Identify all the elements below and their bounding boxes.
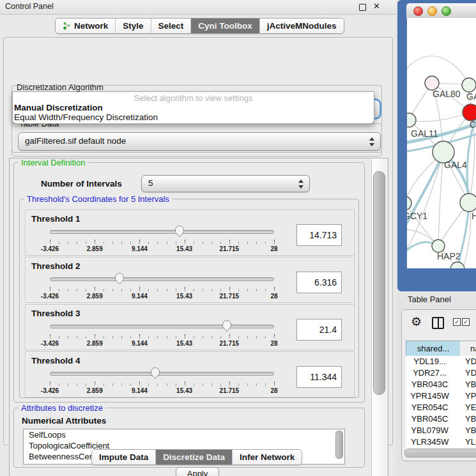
slider-track[interactable] — [50, 325, 274, 328]
tick-label: -3.426 — [41, 293, 59, 300]
number-of-intervals-combo[interactable]: 5 — [141, 175, 310, 192]
threshold-4-slider: -3.426 2.859 9.144 15.43 21.715 28 — [50, 366, 274, 395]
control-panel-titlebar: Control Panel ✕ — [0, 0, 396, 15]
tick-label: 15.43 — [176, 340, 192, 347]
thresholds-group: Threshold's Coordinates for 5 Intervals … — [19, 199, 359, 398]
apply-button[interactable]: Apply — [176, 467, 219, 476]
minor-ticks — [50, 336, 275, 339]
minor-ticks — [50, 383, 275, 386]
tab-infer-network[interactable]: Infer Network — [232, 450, 302, 464]
tick-label: 15.43 — [176, 387, 192, 394]
cell: YDR27... — [406, 367, 454, 379]
table-row[interactable]: YBR043C YBR0 — [406, 379, 476, 390]
threshold-2-box: Threshold 2 -3.426 2.859 9.144 — [25, 257, 355, 303]
minimize-traffic-light[interactable] — [427, 6, 437, 16]
cell: YBL0 — [454, 425, 476, 436]
node-label-gal11: GAL11 — [411, 128, 438, 139]
slider-thumb[interactable] — [114, 272, 125, 285]
tick-label: 21.715 — [220, 340, 240, 347]
tab-network[interactable]: Network — [56, 19, 115, 33]
network-view-window: GAL80 GA C GAL11 GAL4 GCY1 H HAP2 — [397, 0, 476, 291]
node-label-partial-low-right: H — [472, 211, 476, 221]
top-tab-bar: Network Style Select Cyni Toolbox jActiv… — [55, 18, 344, 34]
thresholds-group-title: Threshold's Coordinates for 5 Intervals — [24, 194, 172, 204]
threshold-2-value-field[interactable]: 6.316 — [296, 272, 342, 293]
zoom-traffic-light[interactable] — [441, 6, 451, 16]
checkbox-icon[interactable]: ✓ — [453, 318, 461, 326]
node-label-gcy1: GCY1 — [407, 211, 427, 221]
cell: YBR043C — [406, 379, 454, 390]
settings-scrollpane: Interval Definition Number of Intervals … — [9, 158, 388, 476]
popup-item-equal-width-frequency[interactable]: Equal Width/Frequency Discretization — [14, 112, 158, 122]
tab-discretize-data[interactable]: Discretize Data — [155, 450, 232, 464]
checkbox-icon[interactable]: ✓ — [462, 318, 470, 326]
threshold-3-value-field[interactable]: 21.4 — [296, 319, 342, 341]
horizontal-scrollbar[interactable] — [404, 449, 476, 457]
network-icon — [63, 22, 71, 30]
interval-definition-group: Interval Definition Number of Intervals … — [13, 162, 365, 403]
column-header-name[interactable]: na — [460, 341, 476, 357]
threshold-4-value-field[interactable]: 11.344 — [296, 366, 342, 388]
cell: YBL079W — [406, 425, 454, 436]
cyni-toolbox-content: Discretization Algorithm Select algorith… — [3, 37, 393, 445]
algorithm-popup: Select algorithm to view settings Manual… — [12, 91, 374, 124]
minor-ticks — [50, 289, 275, 291]
tick-label: 2.859 — [87, 293, 103, 300]
threshold-3-label: Threshold 3 — [31, 309, 81, 318]
settings-scrollbar-thumb[interactable] — [373, 171, 385, 395]
table-row[interactable]: YDL19... YDL1 — [406, 356, 476, 367]
tab-impute-data-label: Impute Data — [99, 452, 148, 462]
gear-icon[interactable]: ⚙ — [411, 316, 422, 328]
tab-jactivemnodules[interactable]: jActiveMNodules — [259, 19, 344, 33]
tab-style-label: Style — [123, 21, 143, 31]
table-row[interactable]: YLR345W YLR3 — [406, 436, 476, 448]
table-row[interactable]: YBL079W YBL0 — [406, 425, 476, 436]
tick-label: -3.426 — [41, 245, 59, 252]
tick-label: 9.144 — [132, 245, 148, 252]
popup-hint: Select algorithm to view settings — [13, 93, 374, 103]
node-label-partial-top-right: GA — [466, 91, 476, 102]
threshold-3-box: Threshold 3 -3.426 2.859 9.144 — [25, 304, 355, 350]
node-hap2[interactable] — [432, 240, 445, 252]
node-gcy1[interactable] — [407, 196, 411, 210]
table-data-combo[interactable]: galFiltered.sif default node — [18, 132, 381, 151]
node-right-mid[interactable] — [460, 194, 476, 211]
tick-label: 28 — [270, 245, 277, 252]
control-panel: Control Panel ✕ Network Style — [0, 0, 396, 476]
list-item-selfloops[interactable]: SelfLoops — [24, 429, 344, 440]
tab-style[interactable]: Style — [115, 19, 150, 33]
tab-impute-data[interactable]: Impute Data — [92, 450, 155, 464]
close-icon[interactable]: ✕ — [373, 1, 380, 11]
node-bottom[interactable] — [450, 262, 464, 268]
table-row[interactable]: YPR145W YPR1 — [406, 390, 476, 402]
threshold-1-value-field[interactable]: 14.713 — [296, 224, 342, 246]
slider-track[interactable] — [50, 230, 274, 234]
split-pane-icon[interactable] — [432, 317, 444, 329]
node-gal80[interactable] — [425, 76, 439, 90]
tab-cyni-toolbox[interactable]: Cyni Toolbox — [190, 19, 259, 33]
float-window-icon[interactable] — [359, 4, 366, 11]
slider-thumb[interactable] — [174, 225, 185, 238]
screen: Control Panel ✕ Network Style — [0, 0, 476, 476]
slider-thumb[interactable] — [150, 367, 160, 380]
close-traffic-light[interactable] — [413, 6, 423, 16]
tick-label: 28 — [270, 340, 277, 347]
network-window-titlebar[interactable] — [406, 3, 476, 19]
slider-track[interactable] — [50, 277, 274, 281]
table-row[interactable]: YDR27... YDR2 — [406, 367, 476, 379]
network-canvas[interactable]: GAL80 GA C GAL11 GAL4 GCY1 H HAP2 — [407, 18, 476, 268]
cell: YER054C — [406, 402, 454, 413]
tab-select[interactable]: Select — [151, 19, 191, 33]
popup-item-manual-discretization[interactable]: Manual Discretization — [14, 103, 103, 112]
node-top-right[interactable] — [462, 78, 476, 92]
column-header-shared-name[interactable]: shared... — [406, 341, 461, 357]
panel-title: Control Panel — [5, 2, 54, 11]
table-row[interactable]: YBR045C YBR0 — [406, 413, 476, 425]
list-scrollbar[interactable] — [335, 431, 343, 459]
slider-thumb[interactable] — [222, 319, 232, 332]
table-row[interactable]: YER054C YER0 — [406, 402, 476, 413]
tab-discretize-data-label: Discretize Data — [163, 452, 225, 462]
node-red-selected[interactable] — [463, 104, 476, 121]
table-panel-title: Table Panel — [408, 295, 451, 304]
slider-track[interactable] — [50, 372, 274, 376]
